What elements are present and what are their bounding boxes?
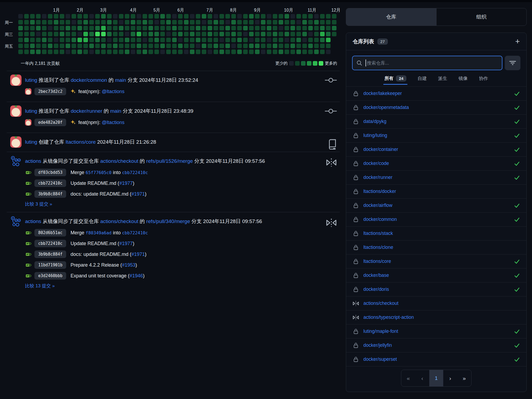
heatmap-day-cell[interactable] (18, 32, 23, 36)
feed-link[interactable]: luting (25, 139, 37, 145)
heatmap-day-cell[interactable] (24, 14, 29, 19)
heatmap-day-cell[interactable] (101, 50, 106, 54)
feed-link[interactable]: #1971 (131, 252, 145, 257)
heatmap-day-cell[interactable] (66, 50, 70, 54)
repo-link[interactable]: docker/openmetadata (363, 105, 409, 110)
heatmap-day-cell[interactable] (273, 20, 277, 24)
heatmap-day-cell[interactable] (214, 38, 218, 42)
repo-link[interactable]: ltactions/stack (363, 231, 393, 236)
feed-link[interactable]: luting (25, 77, 37, 83)
heatmap-day-cell[interactable] (107, 14, 112, 19)
heatmap-day-cell[interactable] (160, 14, 165, 19)
feed-link[interactable]: #1977 (119, 241, 133, 246)
heatmap-day-cell[interactable] (95, 44, 100, 48)
page-last-button[interactable]: » (457, 370, 471, 386)
heatmap-day-cell[interactable] (36, 20, 41, 24)
heatmap-day-cell[interactable] (36, 50, 41, 54)
heatmap-day-cell[interactable] (131, 50, 135, 54)
heatmap-day-cell[interactable] (225, 50, 230, 54)
heatmap-day-cell[interactable] (125, 50, 129, 54)
heatmap-day-cell[interactable] (83, 50, 88, 54)
heatmap-day-cell[interactable] (320, 38, 325, 42)
heatmap-day-cell[interactable] (261, 14, 265, 19)
heatmap-day-cell[interactable] (196, 38, 200, 42)
heatmap-day-cell[interactable] (196, 50, 200, 54)
heatmap-day-cell[interactable] (190, 14, 194, 19)
heatmap-day-cell[interactable] (255, 44, 260, 48)
heatmap-day-cell[interactable] (178, 32, 183, 36)
heatmap-day-cell[interactable] (273, 44, 277, 48)
feed-link[interactable]: refs/pull/1526/merge (146, 158, 193, 164)
heatmap-day-cell[interactable] (190, 44, 194, 48)
heatmap-day-cell[interactable] (143, 14, 147, 19)
heatmap-day-cell[interactable] (95, 20, 100, 24)
heatmap-day-cell[interactable] (231, 26, 236, 30)
heatmap-day-cell[interactable] (202, 32, 206, 36)
heatmap-day-cell[interactable] (249, 38, 254, 42)
heatmap-day-cell[interactable] (30, 26, 35, 30)
heatmap-day-cell[interactable] (290, 14, 295, 19)
heatmap-day-cell[interactable] (77, 32, 82, 36)
heatmap-day-cell[interactable] (202, 26, 206, 30)
heatmap-day-cell[interactable] (296, 50, 301, 54)
heatmap-day-cell[interactable] (267, 50, 271, 54)
heatmap-day-cell[interactable] (101, 44, 106, 48)
heatmap-day-cell[interactable] (190, 50, 194, 54)
heatmap-day-cell[interactable] (148, 32, 153, 36)
heatmap-day-cell[interactable] (72, 26, 76, 30)
heatmap-day-cell[interactable] (48, 20, 52, 24)
heatmap-day-cell[interactable] (196, 44, 200, 48)
heatmap-day-cell[interactable] (107, 20, 112, 24)
heatmap-day-cell[interactable] (243, 20, 248, 24)
heatmap-day-cell[interactable] (48, 38, 52, 42)
heatmap-day-cell[interactable] (30, 50, 35, 54)
heatmap-day-cell[interactable] (302, 26, 307, 30)
tab-organizations[interactable]: 组织 (436, 8, 527, 26)
heatmap-day-cell[interactable] (160, 50, 165, 54)
heatmap-day-cell[interactable] (131, 20, 135, 24)
heatmap-day-cell[interactable] (113, 38, 118, 42)
heatmap-day-cell[interactable] (166, 50, 171, 54)
heatmap-day-cell[interactable] (178, 26, 183, 30)
heatmap-day-cell[interactable] (214, 32, 218, 36)
heatmap-day-cell[interactable] (231, 32, 236, 36)
heatmap-day-cell[interactable] (166, 20, 171, 24)
heatmap-day-cell[interactable] (214, 20, 218, 24)
heatmap-day-cell[interactable] (219, 38, 224, 42)
repo-link[interactable]: docker/airflow (363, 203, 392, 208)
heatmap-day-cell[interactable] (89, 38, 94, 42)
filter-button[interactable] (505, 56, 520, 70)
page-next-button[interactable]: › (443, 370, 457, 386)
heatmap-day-cell[interactable] (95, 50, 100, 54)
workflow-avatar-icon[interactable] (10, 156, 22, 167)
heatmap-day-cell[interactable] (54, 50, 58, 54)
heatmap-day-cell[interactable] (231, 50, 236, 54)
heatmap-day-cell[interactable] (285, 50, 289, 54)
heatmap-day-cell[interactable] (285, 32, 289, 36)
heatmap-day-cell[interactable] (24, 44, 29, 48)
heatmap-day-cell[interactable] (113, 14, 118, 19)
heatmap-day-cell[interactable] (72, 50, 76, 54)
repo-link[interactable]: docker/runner (363, 175, 392, 180)
heatmap-day-cell[interactable] (326, 26, 331, 30)
heatmap-day-cell[interactable] (154, 26, 159, 30)
heatmap-day-cell[interactable] (77, 44, 82, 48)
heatmap-day-cell[interactable] (30, 20, 35, 24)
workflow-avatar-icon[interactable] (10, 216, 22, 227)
heatmap-day-cell[interactable] (48, 32, 52, 36)
heatmap-day-cell[interactable] (18, 14, 23, 19)
heatmap-day-cell[interactable] (143, 44, 147, 48)
heatmap-day-cell[interactable] (219, 32, 224, 36)
heatmap-day-cell[interactable] (77, 50, 82, 54)
heatmap-day-cell[interactable] (214, 44, 218, 48)
heatmap-day-cell[interactable] (314, 14, 319, 19)
heatmap-day-cell[interactable] (219, 44, 224, 48)
heatmap-day-cell[interactable] (60, 14, 64, 19)
heatmap-day-cell[interactable] (243, 44, 248, 48)
heatmap-day-cell[interactable] (107, 50, 112, 54)
heatmap-day-cell[interactable] (178, 14, 183, 19)
heatmap-day-cell[interactable] (249, 44, 254, 48)
heatmap-day-cell[interactable] (273, 50, 277, 54)
heatmap-day-cell[interactable] (202, 44, 206, 48)
heatmap-day-cell[interactable] (95, 14, 100, 19)
